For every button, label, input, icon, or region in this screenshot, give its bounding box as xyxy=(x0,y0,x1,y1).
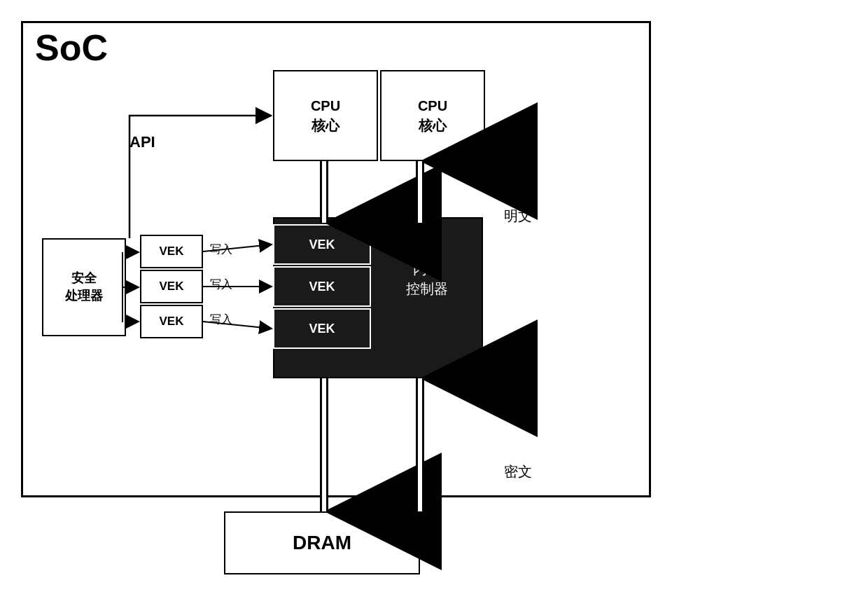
xie-ru-1: 写入 xyxy=(210,242,232,257)
api-label: API xyxy=(130,133,155,151)
soc-label: SoC xyxy=(35,27,108,69)
vek-mem-2: VEK xyxy=(273,266,371,307)
vek-left-2: VEK xyxy=(140,270,203,303)
jia-mi-label: 加密 xyxy=(284,382,307,398)
mi-wen-label: 密文 xyxy=(504,462,532,481)
vek-left-3: VEK xyxy=(140,305,203,338)
xie-ru-2: 写入 xyxy=(210,277,232,292)
cpu-core-2: CPU 核心 xyxy=(380,70,485,161)
cpu-core-2-text: CPU 核心 xyxy=(418,96,447,135)
xie-ru-3: 写入 xyxy=(210,312,232,327)
secure-proc: 安全处理器 xyxy=(42,238,126,336)
diagram-canvas: SoC CPU 核心 CPU 核心 VEK VEK VEK 加密 解密 内存控制… xyxy=(0,0,868,606)
jie-mi-label: 解密 xyxy=(357,382,381,398)
cpu-core-1-text: CPU 核心 xyxy=(311,96,340,135)
mem-ctrl-label: 内存控制器 xyxy=(378,259,476,298)
vek-mem-1: VEK xyxy=(273,224,371,265)
vek-mem-3: VEK xyxy=(273,308,371,349)
ming-wen-label: 明文 xyxy=(504,207,532,226)
dram-box: DRAM xyxy=(224,511,420,574)
vek-left-1: VEK xyxy=(140,235,203,268)
cpu-core-1: CPU 核心 xyxy=(273,70,378,161)
